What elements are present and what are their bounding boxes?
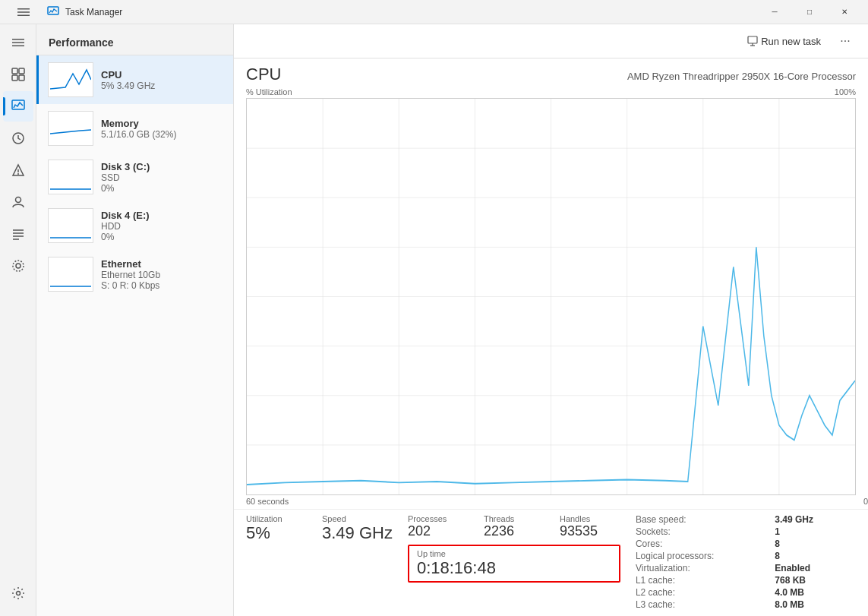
hamburger-button[interactable] [6, 0, 41, 24]
sockets-label: Sockets: [636, 526, 756, 537]
disk3-thumbnail [48, 160, 93, 194]
sidebar-icons [0, 24, 36, 616]
threads-label: Threads [484, 514, 544, 523]
sidebar-users-button[interactable] [3, 187, 33, 217]
memory-name: Memory [101, 118, 224, 129]
svg-rect-2 [17, 14, 30, 16]
svg-rect-6 [12, 46, 24, 47]
ethernet-sub1: Ethernet 10Gb [101, 270, 224, 280]
device-item-memory[interactable]: Memory 5.1/16.0 GB (32%) [36, 104, 233, 153]
run-task-icon [747, 36, 758, 46]
svg-rect-5 [12, 42, 24, 43]
more-options-button[interactable]: ··· [835, 30, 856, 52]
disk4-info: Disk 4 (E:) HDD 0% [101, 210, 224, 242]
sidebar-startup-button[interactable] [3, 155, 33, 185]
chart-bottom-left: 60 seconds [246, 497, 289, 506]
virt-value: Enabled [775, 563, 856, 573]
sidebar-details-button[interactable] [3, 219, 33, 249]
processes-label: Processes [408, 514, 469, 523]
svg-rect-8 [19, 68, 24, 74]
uptime-label: Up time [417, 549, 611, 558]
run-task-button[interactable]: Run new task [740, 33, 829, 50]
sidebar-performance-button[interactable] [3, 91, 33, 122]
sidebar-hamburger-button[interactable] [3, 27, 33, 58]
chart-utilization-label: % Utilization [246, 87, 292, 96]
chart-labels-top: % Utilization 100% [246, 87, 856, 96]
chart-bottom-right: 0 [863, 497, 868, 506]
l3-label: L3 cache: [636, 599, 756, 610]
memory-info: Memory 5.1/16.0 GB (32%) [101, 118, 224, 140]
disk4-thumbnail [48, 208, 93, 243]
disk3-name: Disk 3 (C:) [101, 161, 224, 172]
l3-value: 8.0 MB [775, 599, 856, 610]
svg-point-22 [13, 261, 24, 271]
sidebar-history-button[interactable] [3, 123, 33, 153]
cpu-sub: 5% 3.49 GHz [101, 81, 224, 91]
ethernet-mini-chart [50, 261, 91, 288]
disk4-sub2: 0% [101, 232, 224, 242]
device-item-ethernet[interactable]: Ethernet Ethernet 10Gb S: 0 R: 0 Kbps [36, 250, 233, 299]
minimize-button[interactable]: ─ [757, 0, 792, 24]
cpu-mini-chart [50, 66, 91, 93]
sidebar-services-button[interactable] [3, 251, 33, 281]
svg-point-15 [17, 173, 19, 175]
disk4-mini-chart [50, 212, 91, 239]
l2-value: 4.0 MB [775, 587, 856, 598]
ethernet-info: Ethernet Ethernet 10Gb S: 0 R: 0 Kbps [101, 258, 224, 291]
close-button[interactable]: ✕ [827, 0, 862, 24]
svg-rect-1 [17, 11, 30, 13]
speed-stat: Speed 3.49 GHz [322, 514, 393, 610]
device-item-cpu[interactable]: CPU 5% 3.49 GHz [36, 55, 233, 104]
disk3-info: Disk 3 (C:) SSD 0% [101, 161, 224, 194]
run-task-label: Run new task [761, 36, 821, 47]
speed-label: Speed [322, 514, 393, 523]
cores-value: 8 [775, 539, 856, 549]
processes-value: 202 [408, 523, 469, 540]
cpu-title-row: CPU AMD Ryzen Threadripper 2950X 16-Core… [234, 58, 868, 84]
right-header: Run new task ··· [234, 24, 868, 58]
svg-rect-9 [12, 75, 17, 81]
sidebar-processes-button[interactable] [3, 59, 33, 90]
utilization-label: Utilization [246, 514, 307, 523]
device-item-disk3[interactable]: Disk 3 (C:) SSD 0% [36, 153, 233, 201]
device-item-disk4[interactable]: Disk 4 (E:) HDD 0% [36, 201, 233, 250]
l1-value: 768 KB [775, 575, 856, 586]
sockets-value: 1 [775, 526, 856, 537]
handles-label: Handles [560, 514, 620, 523]
virt-label: Virtualization: [636, 563, 756, 573]
cpu-info-grid: Base speed: 3.49 GHz Sockets: 1 Cores: 8… [636, 514, 856, 610]
window-title: Task Manager [65, 7, 122, 17]
cpu-model: AMD Ryzen Threadripper 2950X 16-Core Pro… [627, 71, 856, 82]
ethernet-sub2: S: 0 R: 0 Kbps [101, 280, 224, 291]
base-speed-label: Base speed: [636, 514, 756, 525]
handles-value: 93535 [560, 523, 620, 540]
svg-rect-24 [748, 36, 757, 43]
processes-stat: Processes 202 [408, 514, 469, 540]
memory-mini-chart [50, 115, 91, 142]
base-speed-value: 3.49 GHz [775, 514, 856, 525]
memory-thumbnail [48, 111, 93, 146]
svg-rect-0 [17, 8, 30, 10]
disk3-sub2: 0% [101, 183, 224, 194]
chart-area [246, 98, 856, 495]
disk3-mini-chart [50, 163, 91, 191]
svg-point-16 [15, 197, 21, 203]
right-header-actions: Run new task ··· [740, 30, 856, 52]
cpu-thumbnail [48, 62, 93, 97]
l2-label: L2 cache: [636, 587, 756, 598]
uptime-value: 0:18:16:48 [417, 558, 611, 578]
svg-point-21 [16, 264, 21, 268]
maximize-button[interactable]: □ [792, 0, 827, 24]
left-panel-header: Performance [36, 24, 233, 55]
right-panel: Run new task ··· CPU AMD Ryzen Threadrip… [234, 24, 868, 616]
cpu-info: CPU 5% 3.49 GHz [101, 69, 224, 91]
sidebar-settings-button[interactable] [3, 578, 33, 608]
memory-sub: 5.1/16.0 GB (32%) [101, 129, 224, 140]
chart-bottom-labels: 60 seconds 0 [234, 495, 868, 509]
ethernet-thumbnail [48, 257, 93, 292]
svg-rect-10 [19, 75, 24, 81]
utilization-stat: Utilization 5% [246, 514, 307, 610]
window-controls: ─ □ ✕ [757, 0, 862, 24]
svg-point-23 [16, 592, 20, 595]
chart-top-right: 100% [835, 87, 856, 96]
